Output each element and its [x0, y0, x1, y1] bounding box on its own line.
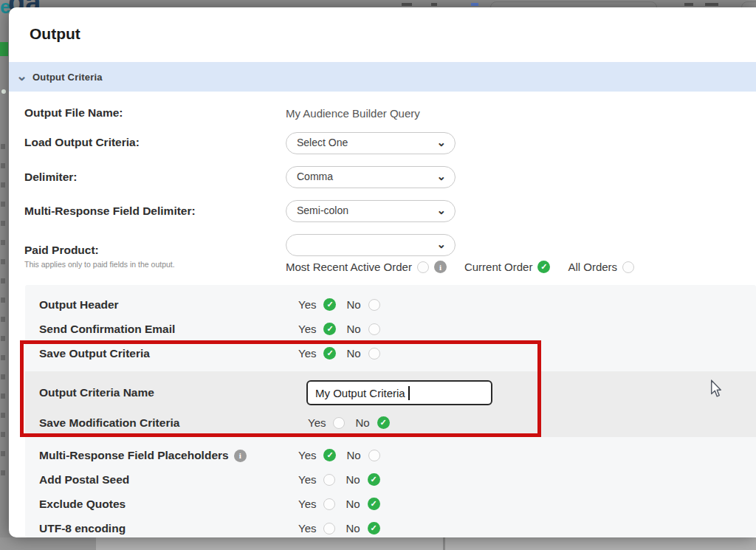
section-title: Output Criteria: [32, 72, 103, 83]
radio-label: Most Recent Active Order: [286, 261, 412, 273]
most-recent-active-order-radio[interactable]: [417, 261, 429, 273]
no-radio[interactable]: [368, 299, 380, 311]
exclude-quotes-label: Exclude Quotes: [39, 498, 126, 511]
no-label: No: [346, 347, 360, 360]
yes-selected-icon[interactable]: ✓: [323, 323, 336, 335]
background-sidebar-icon: [0, 42, 8, 56]
paid-product-note: This applies only to paid fields in the …: [24, 260, 175, 269]
paid-product-label: Paid Product:: [24, 244, 99, 257]
option-row: Exclude Quotes: [39, 496, 126, 512]
delimiter-label: Delimiter:: [24, 171, 78, 184]
yes-label: Yes: [308, 416, 326, 429]
paid-product-radio-group: Most Recent Active Order i Current Order…: [286, 261, 634, 273]
multi-response-placeholders-label: Multi-Response Field Placeholders: [39, 449, 229, 462]
yes-label: Yes: [298, 498, 316, 510]
background-bottom-bar: [0, 537, 756, 550]
chevron-down-icon: ⌄: [16, 68, 27, 84]
output-criteria-section-header[interactable]: ⌄ Output Criteria: [9, 62, 756, 92]
output-file-name-label: Output File Name:: [24, 106, 123, 120]
no-selected-icon[interactable]: ✓: [368, 522, 380, 534]
output-criteria-name-label: Output Criteria Name: [39, 386, 154, 399]
output-criteria-name-input[interactable]: [306, 380, 492, 405]
radio-label: All Orders: [568, 261, 617, 273]
current-order-selected-icon[interactable]: ✓: [537, 261, 550, 273]
no-radio[interactable]: [368, 450, 380, 461]
option-row: Output Header: [39, 297, 119, 313]
yes-label: Yes: [298, 347, 316, 360]
background-dot: [1, 89, 6, 94]
yes-radio[interactable]: [323, 523, 335, 534]
send-confirmation-email-label: Send Confirmation Email: [39, 323, 175, 336]
no-label: No: [346, 323, 360, 335]
option-row: Add Postal Seed: [39, 472, 129, 488]
load-output-criteria-select[interactable]: Select One ⌄: [286, 132, 456, 154]
paid-product-select[interactable]: ⌄: [286, 234, 456, 256]
multi-response-delimiter-label: Multi-Response Field Delimiter:: [24, 204, 196, 218]
mouse-cursor: [709, 379, 724, 397]
placeholders-yesno: Yes ✓ No: [298, 449, 380, 461]
utf8-yesno: Yes No ✓: [298, 522, 380, 534]
select-value: Comma: [297, 171, 333, 182]
exclude-quotes-yesno: Yes No ✓: [298, 498, 380, 510]
save-modification-yesno: Yes No ✓: [308, 416, 390, 429]
multi-response-delimiter-select[interactable]: Semi-colon ⌄: [286, 200, 456, 222]
background-header-fragment: [471, 3, 478, 6]
background-header-fragment: [705, 3, 718, 6]
delimiter-select[interactable]: Comma ⌄: [286, 166, 456, 188]
background-header-fragment: [431, 3, 437, 6]
info-icon[interactable]: i: [434, 261, 447, 273]
all-orders-radio[interactable]: [622, 261, 634, 273]
background-header-fragment: [402, 3, 412, 6]
no-selected-icon[interactable]: ✓: [368, 498, 380, 510]
output-file-name-value: My Audience Builder Query: [286, 107, 420, 120]
save-output-criteria-yesno: Yes ✓ No: [298, 347, 380, 360]
select-value: Semi-colon: [297, 204, 348, 216]
no-selected-icon[interactable]: ✓: [368, 473, 380, 486]
option-row: Send Confirmation Email: [39, 321, 175, 337]
no-label: No: [346, 449, 360, 461]
yes-radio[interactable]: [333, 417, 345, 429]
no-label: No: [346, 522, 360, 534]
background-bottom-bar-dark: [0, 537, 96, 550]
background-bottom-divider: [443, 537, 445, 550]
send-confirmation-yesno: Yes ✓ No: [298, 323, 380, 335]
yes-selected-icon[interactable]: ✓: [323, 449, 336, 461]
chevron-down-icon: ⌄: [436, 132, 446, 152]
option-row: UTF-8 encoding: [39, 520, 126, 537]
option-row: Output Criteria Name: [39, 385, 154, 401]
option-row: Multi-Response Field Placeholders i: [39, 447, 247, 464]
yes-selected-icon[interactable]: ✓: [323, 298, 336, 311]
chevron-down-icon: ⌄: [436, 200, 446, 220]
yes-radio[interactable]: [323, 474, 335, 486]
chevron-down-icon: ⌄: [436, 234, 446, 254]
radio-label: Current Order: [464, 261, 533, 273]
no-selected-icon[interactable]: ✓: [377, 416, 390, 429]
yes-label: Yes: [298, 522, 316, 534]
no-radio[interactable]: [368, 323, 380, 335]
add-postal-seed-label: Add Postal Seed: [39, 473, 129, 487]
output-header-label: Output Header: [39, 298, 119, 312]
no-label: No: [355, 416, 369, 429]
output-header-yesno: Yes ✓ No: [298, 298, 380, 311]
yes-label: Yes: [298, 323, 316, 335]
yes-selected-icon[interactable]: ✓: [323, 347, 336, 360]
screen: e da Output ⌄ Output Criteria Output Fil…: [0, 0, 756, 550]
background-header-fragment: [684, 3, 693, 6]
yes-label: Yes: [298, 449, 316, 461]
output-criteria-name-wrap: [306, 380, 492, 405]
no-label: No: [346, 298, 360, 311]
output-options-panel: Output Header Yes ✓ No Send Confirmation…: [25, 285, 756, 537]
select-value: Select One: [297, 137, 348, 148]
postal-seed-yesno: Yes No ✓: [298, 473, 380, 486]
chevron-down-icon: ⌄: [436, 166, 446, 186]
save-output-criteria-label: Save Output Criteria: [39, 347, 150, 360]
yes-label: Yes: [298, 298, 316, 311]
yes-label: Yes: [298, 473, 316, 486]
load-output-criteria-label: Load Output Criteria:: [24, 136, 140, 149]
text-caret: [408, 386, 410, 400]
option-row: Save Output Criteria: [39, 346, 150, 362]
info-icon[interactable]: i: [234, 450, 247, 462]
background-sidebar-text-fragments: [1, 144, 5, 484]
yes-radio[interactable]: [323, 498, 335, 510]
no-radio[interactable]: [368, 348, 380, 360]
